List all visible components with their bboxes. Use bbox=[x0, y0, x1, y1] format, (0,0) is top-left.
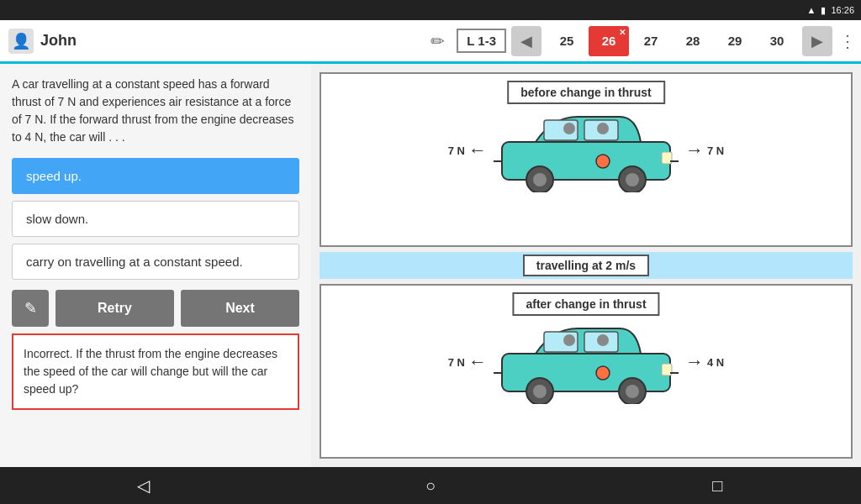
svg-point-11 bbox=[563, 123, 575, 134]
user-name: John bbox=[40, 32, 77, 50]
wifi-icon: ▲ bbox=[807, 5, 816, 15]
car-after bbox=[494, 320, 679, 404]
action-row: ✎ Retry Next bbox=[12, 290, 299, 327]
answer-option-3[interactable]: carry on travelling at a constant speed. bbox=[12, 244, 299, 280]
page-list: 25 ✕ 26 27 28 29 30 bbox=[547, 26, 797, 56]
right-panel: before change in thrust 7 N ← bbox=[311, 64, 861, 467]
page-27[interactable]: 27 bbox=[631, 26, 671, 56]
svg-point-21 bbox=[596, 366, 610, 380]
svg-point-25 bbox=[597, 334, 609, 346]
svg-point-6 bbox=[626, 173, 639, 186]
main-content: A car travelling at a constant speed has… bbox=[0, 64, 861, 467]
answer-option-2[interactable]: slow down. bbox=[12, 201, 299, 237]
nav-bar: 👤 John ✏ L 1-3 ◀ 25 ✕ 26 27 28 29 30 ▶ ⋮ bbox=[0, 20, 861, 64]
svg-point-24 bbox=[563, 334, 575, 346]
before-diagram-content: 7 N ← bbox=[328, 104, 844, 197]
next-button[interactable]: Next bbox=[181, 290, 299, 327]
svg-point-12 bbox=[597, 123, 609, 134]
question-text: A car travelling at a constant speed has… bbox=[12, 76, 299, 146]
page-29[interactable]: 29 bbox=[715, 26, 755, 56]
svg-point-8 bbox=[596, 155, 610, 168]
after-diagram-content: 7 N ← bbox=[328, 316, 844, 408]
left-arrow-icon: ← bbox=[468, 139, 487, 161]
answer-option-1[interactable]: speed up. bbox=[12, 158, 299, 194]
force-right-2-value: 4 N bbox=[707, 356, 724, 369]
force-right-1: → 7 N bbox=[682, 139, 724, 161]
svg-point-17 bbox=[533, 385, 547, 398]
force-right-2: → 4 N bbox=[682, 351, 724, 373]
force-left-1-value: 7 N bbox=[448, 144, 465, 157]
force-left-2: 7 N ← bbox=[448, 351, 490, 373]
after-diagram: after change in thrust 7 N ← bbox=[320, 284, 853, 459]
status-bar: ▲ ▮ 16:26 bbox=[0, 0, 861, 20]
speed-label-row: travelling at 2 m/s bbox=[320, 252, 853, 279]
page-26[interactable]: ✕ 26 bbox=[589, 26, 629, 56]
left-arrow-2-icon: ← bbox=[468, 351, 487, 373]
force-left-1: 7 N ← bbox=[448, 139, 490, 161]
edit-icon: ✎ bbox=[24, 299, 37, 318]
back-nav-button[interactable]: ◁ bbox=[125, 467, 162, 504]
recents-nav-button[interactable]: □ bbox=[699, 467, 736, 504]
pencil-icon[interactable]: ✏ bbox=[422, 31, 453, 51]
battery-icon: ▮ bbox=[821, 5, 826, 16]
user-icon: 👤 bbox=[8, 29, 34, 54]
svg-point-4 bbox=[533, 173, 547, 186]
prev-arrow[interactable]: ◀ bbox=[511, 26, 541, 56]
page-30[interactable]: 30 bbox=[757, 26, 797, 56]
page-28[interactable]: 28 bbox=[673, 26, 713, 56]
close-icon[interactable]: ✕ bbox=[619, 28, 626, 37]
user-info: 👤 John bbox=[0, 29, 135, 54]
right-arrow-icon: → bbox=[685, 139, 704, 161]
svg-point-19 bbox=[626, 385, 639, 398]
right-arrow-2-icon: → bbox=[685, 351, 704, 373]
bottom-nav: ◁ ○ □ bbox=[0, 467, 861, 504]
next-arrow[interactable]: ▶ bbox=[802, 26, 832, 56]
left-panel: A car travelling at a constant speed has… bbox=[0, 64, 311, 467]
level-label: L 1-3 bbox=[457, 29, 506, 53]
speed-label: travelling at 2 m/s bbox=[523, 255, 649, 276]
page-25[interactable]: 25 bbox=[547, 26, 587, 56]
home-nav-button[interactable]: ○ bbox=[412, 467, 449, 504]
force-right-1-value: 7 N bbox=[707, 144, 724, 157]
before-diagram: before change in thrust 7 N ← bbox=[320, 72, 853, 247]
more-menu[interactable]: ⋮ bbox=[834, 31, 861, 51]
after-label: after change in thrust bbox=[512, 292, 659, 316]
time-display: 16:26 bbox=[831, 5, 854, 15]
edit-button[interactable]: ✎ bbox=[12, 290, 49, 327]
retry-button[interactable]: Retry bbox=[55, 290, 174, 327]
before-label: before change in thrust bbox=[507, 81, 665, 104]
feedback-box: Incorrect. If the thrust from the engine… bbox=[12, 333, 299, 410]
car-before bbox=[494, 108, 679, 192]
force-left-2-value: 7 N bbox=[448, 356, 465, 369]
